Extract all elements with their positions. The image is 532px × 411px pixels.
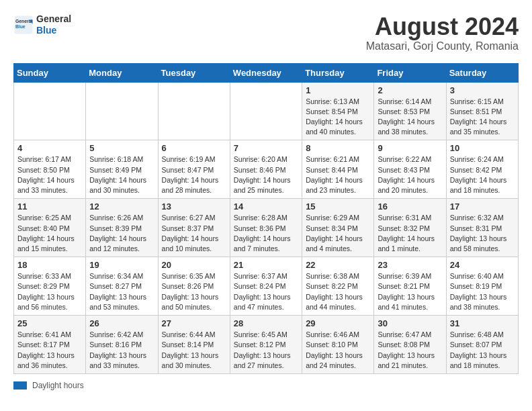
day-number: 1 [306,85,370,95]
day-info: Sunrise: 6:14 AM Sunset: 8:53 PM Dayligh… [378,97,442,138]
day-number: 11 [17,201,82,212]
day-info: Sunrise: 6:33 AM Sunset: 8:29 PM Dayligh… [17,271,82,312]
day-info: Sunrise: 6:48 AM Sunset: 8:07 PM Dayligh… [450,330,515,371]
day-number: 23 [378,260,442,270]
day-number: 16 [378,201,442,212]
day-number: 19 [89,260,154,270]
calendar-cell: 16Sunrise: 6:31 AM Sunset: 8:32 PM Dayli… [374,199,446,257]
logo-general-text: General [36,13,71,24]
calendar-cell: 6Sunrise: 6:19 AM Sunset: 8:47 PM Daylig… [158,140,230,199]
day-number: 6 [162,143,226,153]
day-header-saturday: Saturday [446,63,518,82]
calendar-cell: 10Sunrise: 6:24 AM Sunset: 8:42 PM Dayli… [446,140,518,199]
calendar-cell: 17Sunrise: 6:32 AM Sunset: 8:31 PM Dayli… [446,199,518,257]
day-info: Sunrise: 6:44 AM Sunset: 8:14 PM Dayligh… [162,330,226,371]
day-number: 21 [234,260,298,270]
day-number: 17 [450,201,515,212]
day-info: Sunrise: 6:34 AM Sunset: 8:27 PM Dayligh… [89,271,154,312]
calendar-cell: 4Sunrise: 6:17 AM Sunset: 8:50 PM Daylig… [14,140,86,199]
calendar-cell: 24Sunrise: 6:40 AM Sunset: 8:19 PM Dayli… [446,257,518,316]
calendar-cell: 27Sunrise: 6:44 AM Sunset: 8:14 PM Dayli… [158,316,230,374]
calendar-cell: 22Sunrise: 6:38 AM Sunset: 8:22 PM Dayli… [302,257,374,316]
calendar-table: SundayMondayTuesdayWednesdayThursdayFrid… [13,63,519,374]
day-header-wednesday: Wednesday [230,63,302,82]
legend-label: Daylight hours [32,381,84,390]
day-info: Sunrise: 6:37 AM Sunset: 8:24 PM Dayligh… [234,271,298,312]
day-number: 28 [234,318,298,328]
day-number: 18 [17,260,82,270]
day-info: Sunrise: 6:24 AM Sunset: 8:42 PM Dayligh… [450,154,515,195]
day-number: 24 [450,260,515,270]
calendar-cell: 7Sunrise: 6:20 AM Sunset: 8:46 PM Daylig… [230,140,302,199]
day-number: 14 [234,201,298,212]
days-header-row: SundayMondayTuesdayWednesdayThursdayFrid… [14,63,519,82]
logo-icon: General Blue [13,15,34,35]
calendar-cell: 2Sunrise: 6:14 AM Sunset: 8:53 PM Daylig… [374,82,446,140]
month-title: August 2024 [366,13,519,40]
calendar-cell: 21Sunrise: 6:37 AM Sunset: 8:24 PM Dayli… [230,257,302,316]
day-info: Sunrise: 6:41 AM Sunset: 8:17 PM Dayligh… [17,330,82,371]
day-info: Sunrise: 6:17 AM Sunset: 8:50 PM Dayligh… [17,154,82,195]
calendar-cell: 15Sunrise: 6:29 AM Sunset: 8:34 PM Dayli… [302,199,374,257]
day-header-monday: Monday [86,63,158,82]
day-info: Sunrise: 6:21 AM Sunset: 8:44 PM Dayligh… [306,154,370,195]
day-info: Sunrise: 6:26 AM Sunset: 8:39 PM Dayligh… [89,213,154,254]
calendar-cell: 8Sunrise: 6:21 AM Sunset: 8:44 PM Daylig… [302,140,374,199]
day-info: Sunrise: 6:15 AM Sunset: 8:51 PM Dayligh… [450,97,515,138]
day-number: 12 [89,201,154,212]
day-number: 8 [306,143,370,153]
week-row-4: 18Sunrise: 6:33 AM Sunset: 8:29 PM Dayli… [14,257,519,316]
calendar-cell: 28Sunrise: 6:45 AM Sunset: 8:12 PM Dayli… [230,316,302,374]
day-info: Sunrise: 6:46 AM Sunset: 8:10 PM Dayligh… [306,330,370,371]
title-area: August 2024 Matasari, Gorj County, Roman… [366,13,519,52]
day-info: Sunrise: 6:28 AM Sunset: 8:36 PM Dayligh… [234,213,298,254]
day-info: Sunrise: 6:31 AM Sunset: 8:32 PM Dayligh… [378,213,442,254]
logo-blue-text: Blue [36,25,56,36]
calendar-cell: 18Sunrise: 6:33 AM Sunset: 8:29 PM Dayli… [14,257,86,316]
day-number: 5 [89,143,154,153]
day-info: Sunrise: 6:32 AM Sunset: 8:31 PM Dayligh… [450,213,515,254]
day-number: 26 [89,318,154,328]
calendar-cell: 25Sunrise: 6:41 AM Sunset: 8:17 PM Dayli… [14,316,86,374]
day-number: 10 [450,143,515,153]
week-row-3: 11Sunrise: 6:25 AM Sunset: 8:40 PM Dayli… [14,199,519,257]
calendar-cell: 12Sunrise: 6:26 AM Sunset: 8:39 PM Dayli… [86,199,158,257]
day-info: Sunrise: 6:40 AM Sunset: 8:19 PM Dayligh… [450,271,515,312]
calendar-cell: 31Sunrise: 6:48 AM Sunset: 8:07 PM Dayli… [446,316,518,374]
week-row-5: 25Sunrise: 6:41 AM Sunset: 8:17 PM Dayli… [14,316,519,374]
calendar-cell: 19Sunrise: 6:34 AM Sunset: 8:27 PM Dayli… [86,257,158,316]
day-info: Sunrise: 6:29 AM Sunset: 8:34 PM Dayligh… [306,213,370,254]
svg-text:General: General [15,19,32,24]
logo: General Blue General Blue [13,13,71,36]
calendar-cell: 14Sunrise: 6:28 AM Sunset: 8:36 PM Dayli… [230,199,302,257]
day-info: Sunrise: 6:20 AM Sunset: 8:46 PM Dayligh… [234,154,298,195]
day-info: Sunrise: 6:47 AM Sunset: 8:08 PM Dayligh… [378,330,442,371]
day-info: Sunrise: 6:22 AM Sunset: 8:43 PM Dayligh… [378,154,442,195]
calendar-cell: 1Sunrise: 6:13 AM Sunset: 8:54 PM Daylig… [302,82,374,140]
legend: Daylight hours [13,381,519,390]
day-number: 25 [17,318,82,328]
day-number: 20 [162,260,226,270]
day-number: 7 [234,143,298,153]
calendar-cell [230,82,302,140]
day-info: Sunrise: 6:45 AM Sunset: 8:12 PM Dayligh… [234,330,298,371]
calendar-cell: 9Sunrise: 6:22 AM Sunset: 8:43 PM Daylig… [374,140,446,199]
calendar-cell: 5Sunrise: 6:18 AM Sunset: 8:49 PM Daylig… [86,140,158,199]
day-number: 15 [306,201,370,212]
day-number: 4 [17,143,82,153]
day-info: Sunrise: 6:38 AM Sunset: 8:22 PM Dayligh… [306,271,370,312]
day-info: Sunrise: 6:42 AM Sunset: 8:16 PM Dayligh… [89,330,154,371]
day-info: Sunrise: 6:25 AM Sunset: 8:40 PM Dayligh… [17,213,82,254]
day-number: 9 [378,143,442,153]
calendar-cell: 3Sunrise: 6:15 AM Sunset: 8:51 PM Daylig… [446,82,518,140]
week-row-1: 1Sunrise: 6:13 AM Sunset: 8:54 PM Daylig… [14,82,519,140]
day-number: 13 [162,201,226,212]
calendar-cell: 13Sunrise: 6:27 AM Sunset: 8:37 PM Dayli… [158,199,230,257]
calendar-cell: 11Sunrise: 6:25 AM Sunset: 8:40 PM Dayli… [14,199,86,257]
day-info: Sunrise: 6:35 AM Sunset: 8:26 PM Dayligh… [162,271,226,312]
day-number: 29 [306,318,370,328]
day-header-friday: Friday [374,63,446,82]
calendar-cell: 20Sunrise: 6:35 AM Sunset: 8:26 PM Dayli… [158,257,230,316]
day-number: 31 [450,318,515,328]
day-info: Sunrise: 6:13 AM Sunset: 8:54 PM Dayligh… [306,97,370,138]
